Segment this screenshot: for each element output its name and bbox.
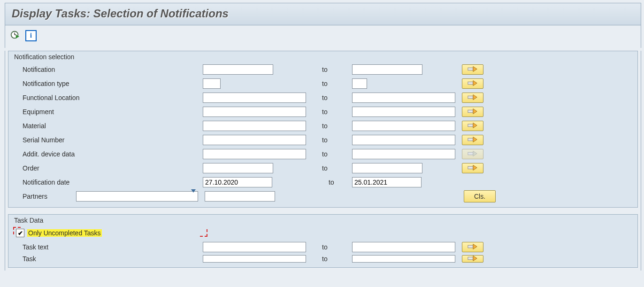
- input-tasktext-to[interactable]: [352, 242, 455, 252]
- arrow-right-icon: [468, 79, 478, 88]
- to-tasktext: to: [313, 243, 350, 251]
- input-equipment-from[interactable]: [203, 107, 306, 117]
- execute-clock-icon: [10, 30, 20, 42]
- title-bar: Display Tasks: Selection of Notification…: [5, 3, 641, 25]
- to-addit: to: [313, 150, 350, 158]
- input-notification-to[interactable]: [352, 64, 422, 75]
- svg-rect-7: [468, 124, 473, 127]
- app-root: Display Tasks: Selection of Notification…: [0, 0, 644, 287]
- svg-rect-8: [468, 138, 473, 141]
- row-addit-device: Addit. device data to: [23, 147, 631, 161]
- label-func-location: Functional Location: [23, 94, 201, 101]
- group-title-task: Task Data: [8, 215, 637, 226]
- row-task: Task to: [23, 254, 631, 264]
- label-notification-type: Notification type: [23, 80, 201, 87]
- checkbox-only-uncompleted[interactable]: [16, 229, 24, 237]
- input-task-to[interactable]: [352, 255, 455, 263]
- to-serial: to: [313, 136, 350, 144]
- info-icon: i: [25, 30, 37, 41]
- content-area: Notification selection Notification to N…: [5, 51, 641, 271]
- group-title-notif: Notification selection: [8, 51, 637, 62]
- chevron-down-icon: [191, 193, 196, 200]
- input-notiftype-from[interactable]: [203, 78, 221, 89]
- input-equipment-to[interactable]: [352, 107, 455, 117]
- label-notif-date: Notification date: [23, 178, 201, 186]
- svg-rect-10: [468, 166, 473, 169]
- label-equipment: Equipment: [23, 108, 201, 116]
- arrow-right-icon: [468, 150, 478, 159]
- to-order: to: [313, 164, 350, 172]
- row-notification-type: Notification type to: [23, 77, 631, 91]
- row-notification: Notification to: [23, 62, 631, 77]
- input-tasktext-from[interactable]: [203, 242, 306, 252]
- row-order: Order to: [23, 161, 631, 175]
- row-partners: Partners Cls.: [23, 189, 631, 203]
- input-notiftype-to[interactable]: [352, 78, 367, 89]
- svg-rect-9: [468, 152, 473, 155]
- multi-select-task[interactable]: [462, 255, 483, 263]
- arrow-right-icon: [468, 108, 478, 116]
- multi-select-serial[interactable]: [462, 135, 483, 145]
- info-button[interactable]: i: [25, 30, 37, 41]
- row-func-location: Functional Location to: [23, 91, 631, 105]
- label-order: Order: [23, 164, 201, 172]
- row-notification-date: Notification date to: [23, 175, 631, 189]
- multi-select-notification[interactable]: [462, 64, 483, 75]
- input-funcloc-to[interactable]: [352, 93, 455, 103]
- arrow-right-icon: [468, 122, 478, 131]
- input-material-to[interactable]: [352, 121, 455, 131]
- row-only-uncompleted: Only Uncompleted Tasks: [23, 226, 631, 240]
- input-notification-from[interactable]: [203, 64, 273, 75]
- multi-select-funcloc[interactable]: [462, 93, 483, 103]
- page-title: Display Tasks: Selection of Notification…: [12, 7, 229, 20]
- multi-select-order[interactable]: [462, 163, 483, 173]
- row-task-text: Task text to: [23, 240, 631, 254]
- to-material: to: [313, 122, 350, 130]
- multi-select-equipment[interactable]: [462, 107, 483, 117]
- to-equipment: to: [313, 108, 350, 116]
- input-funcloc-from[interactable]: [203, 93, 306, 103]
- combo-partners[interactable]: [76, 191, 198, 202]
- to-notiftype: to: [313, 80, 350, 87]
- arrow-right-icon: [468, 255, 478, 264]
- input-task-from[interactable]: [203, 255, 306, 263]
- input-serial-to[interactable]: [352, 135, 455, 145]
- to-funcloc: to: [313, 94, 350, 101]
- group-task-data: Task Data Only Uncompleted Tasks Task te…: [8, 214, 638, 268]
- to-notifdate: to: [313, 178, 350, 186]
- row-material: Material to: [23, 119, 631, 133]
- label-task-text: Task text: [23, 243, 201, 251]
- label-only-uncompleted: Only Uncompleted Tasks: [27, 229, 102, 237]
- arrow-right-icon: [468, 136, 478, 145]
- execute-button[interactable]: [9, 30, 21, 41]
- svg-rect-11: [468, 245, 473, 248]
- input-notifdate-from[interactable]: [203, 177, 272, 187]
- label-addit-device: Addit. device data: [23, 150, 201, 158]
- group-notification-selection: Notification selection Notification to N…: [8, 51, 638, 208]
- input-addit-from[interactable]: [203, 149, 306, 159]
- to-task: to: [313, 255, 350, 263]
- arrow-right-icon: [468, 93, 478, 102]
- row-equipment: Equipment to: [23, 105, 631, 119]
- multi-select-addit[interactable]: [462, 149, 483, 159]
- multi-select-tasktext[interactable]: [462, 242, 483, 252]
- label-partners: Partners: [23, 193, 74, 200]
- multi-select-material[interactable]: [462, 121, 483, 131]
- svg-rect-12: [468, 257, 473, 260]
- input-partners-value[interactable]: [205, 191, 275, 202]
- multi-select-notiftype[interactable]: [462, 78, 483, 89]
- svg-rect-5: [468, 96, 473, 99]
- cls-button[interactable]: Cls.: [464, 190, 496, 202]
- label-material: Material: [23, 122, 201, 130]
- task-rows: Only Uncompleted Tasks Task text to: [8, 226, 637, 267]
- label-serial-number: Serial Number: [23, 136, 201, 144]
- input-notifdate-to[interactable]: [352, 177, 422, 187]
- input-order-from[interactable]: [203, 163, 273, 173]
- cls-button-label: Cls.: [474, 193, 485, 200]
- input-order-to[interactable]: [352, 163, 422, 173]
- svg-rect-6: [468, 110, 473, 113]
- input-serial-from[interactable]: [203, 135, 306, 145]
- input-material-from[interactable]: [203, 121, 306, 131]
- arrow-right-icon: [468, 65, 478, 74]
- input-addit-to[interactable]: [352, 149, 455, 159]
